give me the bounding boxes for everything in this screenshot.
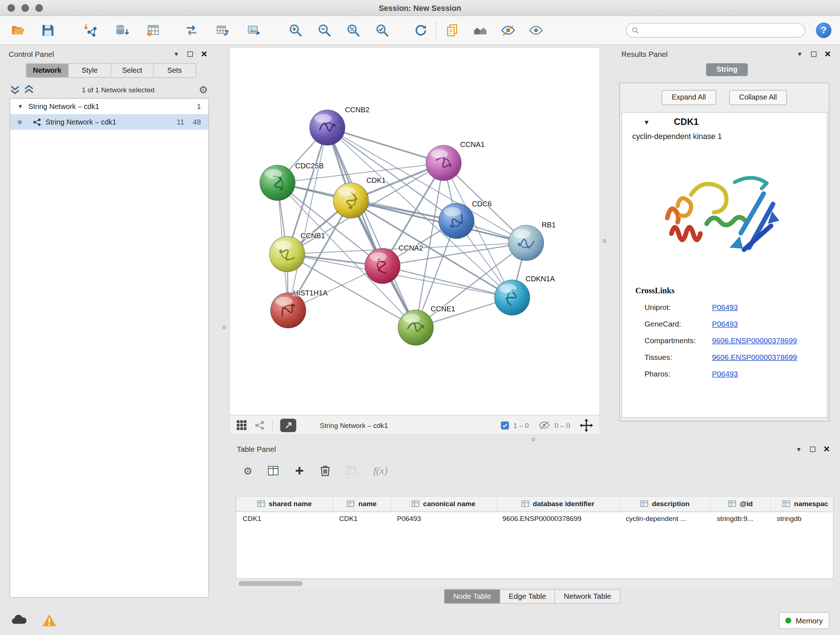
column-header[interactable]: database identifier (496, 496, 619, 511)
pan-navigate-icon[interactable] (579, 418, 593, 432)
collapse-all-icon[interactable] (10, 84, 21, 95)
network-node-cdkn1a[interactable] (494, 280, 530, 315)
create-column-plus-icon[interactable] (294, 465, 305, 476)
tab-select[interactable]: Select (111, 64, 153, 77)
hide-selected-icon[interactable] (498, 20, 518, 41)
save-session-icon[interactable] (38, 20, 58, 41)
selected-checkbox-icon[interactable] (501, 421, 509, 429)
column-header[interactable]: name (333, 496, 391, 511)
import-network-database-icon[interactable] (111, 20, 132, 41)
tab-network[interactable]: Network (27, 64, 69, 77)
network-node-rb1[interactable] (508, 225, 544, 261)
column-type-icon (411, 500, 419, 508)
network-row-selected[interactable]: String Network – cdk1 11 48 (10, 114, 208, 130)
network-canvas[interactable]: CCNB2CCNA1CDC25BCDK1CDC6RB1CCNB1CCNA2CDK… (230, 48, 600, 416)
warning-icon[interactable] (42, 613, 57, 627)
network-edge[interactable] (351, 201, 526, 243)
network-node-ccnb2[interactable] (309, 110, 345, 146)
crosslink-link[interactable]: 9606.ENSP00000378699 (712, 353, 797, 361)
search-input[interactable] (643, 27, 799, 35)
crosslink-link[interactable]: 9606.ENSP00000378699 (712, 336, 797, 345)
zoom-out-icon[interactable] (314, 20, 334, 41)
node-label: CDC25B (295, 162, 324, 170)
crosslink-link[interactable]: P06493 (712, 302, 737, 311)
tab-network-table[interactable]: Network Table (554, 589, 620, 603)
annotation-doc-icon[interactable] (442, 20, 462, 41)
panel-close-icon[interactable]: ✕ (823, 49, 833, 59)
panel-float-icon[interactable]: ▼ (795, 49, 805, 59)
search-icon (632, 27, 639, 34)
tab-sets[interactable]: Sets (154, 64, 196, 77)
panel-maximize-icon[interactable] (185, 49, 195, 59)
gear-icon[interactable]: ⚙ (199, 84, 208, 95)
network-edge[interactable] (327, 127, 416, 327)
scrollbar-thumb[interactable] (238, 581, 303, 586)
show-columns-icon[interactable] (267, 465, 279, 477)
splitter-handle[interactable] (223, 325, 226, 329)
splitter-handle[interactable] (603, 239, 606, 242)
expand-all-icon[interactable] (24, 84, 34, 95)
network-node-ccna1[interactable] (426, 145, 461, 181)
network-view-title: String Network – cdk1 (320, 421, 388, 429)
column-header[interactable]: description (619, 496, 711, 511)
network-node-cdc25b[interactable] (260, 165, 295, 201)
expand-all-button[interactable]: Expand All (662, 90, 716, 105)
tab-style[interactable]: Style (69, 64, 111, 77)
tab-string[interactable]: String (706, 63, 748, 76)
first-neighbors-icon[interactable] (470, 20, 490, 41)
zoom-selected-icon[interactable] (372, 20, 392, 41)
column-type-icon (347, 500, 355, 508)
panel-float-icon[interactable]: ▼ (172, 49, 181, 59)
panel-close-icon[interactable]: ✕ (199, 49, 209, 59)
network-node-ccnb1[interactable] (270, 236, 305, 272)
help-icon[interactable]: ? (816, 22, 831, 38)
network-overview-icon[interactable] (254, 420, 264, 430)
disclosure-triangle-icon[interactable]: ▼ (644, 119, 650, 126)
birdseye-grid-icon[interactable] (236, 420, 247, 431)
import-table-icon[interactable] (142, 20, 163, 41)
refresh-layout-icon[interactable] (410, 20, 431, 41)
panel-maximize-icon[interactable] (808, 445, 818, 454)
detach-view-button[interactable] (280, 418, 296, 432)
show-all-icon[interactable] (526, 20, 546, 41)
cloud-status-icon[interactable] (11, 613, 28, 626)
network-node-cdk1[interactable] (333, 183, 369, 218)
column-header[interactable]: @id (711, 496, 771, 511)
panel-close-icon[interactable]: ✕ (822, 445, 832, 454)
table-settings-gear-icon[interactable]: ⚙ (243, 466, 252, 476)
disclosure-triangle-icon[interactable]: ▼ (18, 103, 24, 109)
crosslink-link[interactable]: P06493 (712, 369, 737, 378)
toolbar-divider (436, 21, 436, 39)
delete-column-trash-icon[interactable] (320, 465, 331, 477)
network-node-ccna2[interactable] (365, 249, 400, 284)
hidden-eye-icon[interactable] (538, 420, 550, 431)
new-network-icon[interactable] (181, 20, 202, 41)
network-edge[interactable] (288, 127, 327, 310)
column-header[interactable]: shared name (236, 496, 333, 511)
network-node-hist1h1a[interactable] (271, 293, 306, 328)
clone-network-icon[interactable] (212, 20, 232, 41)
table-row[interactable]: CDK1 CDK1 P06493 9606.ENSP00000378699 cy… (236, 511, 834, 526)
splitter-handle[interactable] (531, 437, 535, 441)
crosslink-row: Compartments: 9606.ENSP00000378699 (622, 332, 827, 348)
crosslink-label: Pharos: (644, 369, 712, 378)
panel-float-icon[interactable]: ▼ (794, 445, 804, 454)
crosslink-link[interactable]: P06493 (712, 319, 737, 328)
zoom-in-icon[interactable] (285, 20, 305, 41)
network-edge[interactable] (327, 127, 444, 163)
import-network-file-icon[interactable] (80, 20, 101, 41)
tab-node-table[interactable]: Node Table (444, 589, 500, 603)
panel-maximize-icon[interactable] (809, 49, 819, 59)
zoom-fit-icon[interactable] (343, 20, 363, 41)
network-node-ccne1[interactable] (398, 310, 433, 345)
export-image-icon[interactable] (243, 20, 264, 41)
horizontal-scrollbar[interactable] (236, 581, 834, 586)
network-collection-row[interactable]: ▼ String Network – cdk1 1 (10, 98, 208, 114)
open-session-icon[interactable] (8, 20, 28, 41)
tab-edge-table[interactable]: Edge Table (500, 589, 555, 603)
collapse-all-button[interactable]: Collapse All (729, 90, 787, 105)
column-header[interactable]: canonical name (391, 496, 496, 511)
column-header[interactable]: namespac (770, 496, 834, 511)
network-node-cdc6[interactable] (439, 203, 474, 239)
memory-button[interactable]: Memory (779, 612, 829, 629)
